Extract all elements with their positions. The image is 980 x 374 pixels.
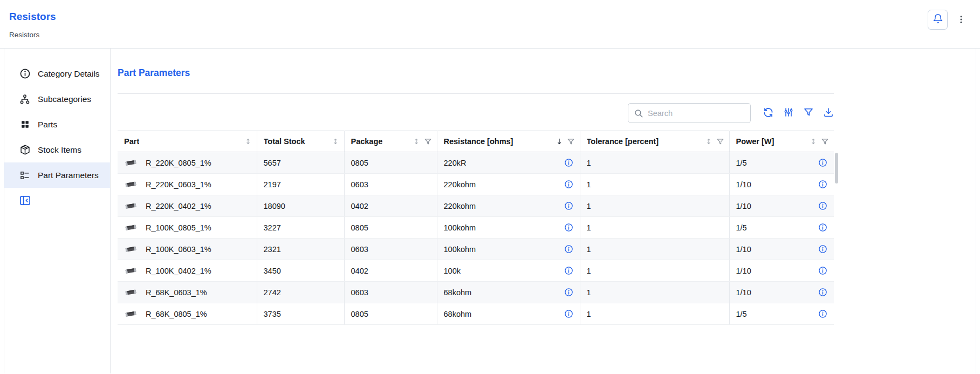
part-thumbnail-icon bbox=[124, 159, 138, 167]
collapse-sidebar-icon bbox=[19, 194, 31, 208]
column-header-power[interactable]: Power [W] bbox=[729, 131, 834, 152]
column-header-package[interactable]: Package bbox=[344, 131, 437, 152]
checklist-icon bbox=[19, 169, 31, 181]
app-window: Resistors Resistors Category DetailsSubc… bbox=[0, 0, 980, 374]
scrollbar-thumb[interactable] bbox=[835, 153, 838, 183]
power-value: 1/10 bbox=[736, 288, 751, 297]
power-value: 1/10 bbox=[736, 267, 751, 275]
resistance-value: 100kohm bbox=[444, 245, 476, 254]
part-name: R_100K_0603_1% bbox=[146, 245, 211, 254]
table-row[interactable]: R_220K_0603_1%21970603220kohm11/10 bbox=[118, 174, 834, 195]
search-input[interactable] bbox=[648, 109, 745, 118]
power-value: 1/5 bbox=[736, 159, 747, 167]
collapse-sidebar-button[interactable] bbox=[18, 195, 31, 208]
tolerance-value: 1 bbox=[580, 152, 729, 173]
info-icon[interactable] bbox=[818, 244, 827, 254]
package-value: 0805 bbox=[345, 152, 437, 173]
table-body: R_220K_0805_1%56570805220kR11/5R_220K_06… bbox=[118, 152, 834, 325]
table-row[interactable]: R_220K_0805_1%56570805220kR11/5 bbox=[118, 152, 834, 174]
sidebar-item-label: Part Parameters bbox=[38, 171, 99, 180]
download-icon bbox=[823, 107, 834, 119]
table-row[interactable]: R_68K_0603_1%2742060368kohm11/10 bbox=[118, 282, 834, 303]
sort-icon[interactable] bbox=[705, 137, 712, 146]
column-label: Part bbox=[124, 137, 139, 146]
info-icon[interactable] bbox=[818, 180, 827, 189]
tolerance-value: 1 bbox=[580, 174, 729, 195]
column-header-total-stock[interactable]: Total Stock bbox=[257, 131, 344, 152]
total-stock-value: 3735 bbox=[257, 303, 344, 324]
filter-button[interactable] bbox=[803, 107, 814, 119]
table-header-row: PartTotal StockPackageResistance [ohms]T… bbox=[118, 131, 834, 152]
column-label: Tolerance [percent] bbox=[587, 137, 659, 146]
sidebar-item-part-parameters[interactable]: Part Parameters bbox=[4, 162, 110, 188]
bell-icon bbox=[933, 13, 943, 26]
column-header-tolerance[interactable]: Tolerance [percent] bbox=[580, 131, 729, 152]
sort-icon[interactable] bbox=[332, 137, 339, 146]
package-value: 0402 bbox=[345, 260, 437, 281]
info-icon[interactable] bbox=[818, 201, 827, 210]
info-icon[interactable] bbox=[564, 309, 573, 318]
main-content: Part Parameters PartTotal StockPackageRe… bbox=[111, 49, 976, 373]
sidebar: Category DetailsSubcategoriesPartsStock … bbox=[4, 49, 111, 373]
sidebar-item-label: Parts bbox=[38, 120, 57, 130]
total-stock-value: 5657 bbox=[257, 152, 344, 173]
part-thumbnail-icon bbox=[124, 180, 138, 188]
sidebar-item-parts[interactable]: Parts bbox=[4, 112, 110, 137]
search-box[interactable] bbox=[628, 103, 751, 123]
resistance-value: 68kohm bbox=[444, 288, 472, 297]
total-stock-value: 2321 bbox=[257, 239, 344, 260]
info-icon[interactable] bbox=[818, 266, 827, 275]
table-row[interactable]: R_100K_0402_1%34500402100k11/10 bbox=[118, 260, 834, 282]
table-row[interactable]: R_220K_0402_1%180900402220kohm11/10 bbox=[118, 195, 834, 217]
info-icon[interactable] bbox=[564, 223, 573, 232]
sidebar-item-subcategories[interactable]: Subcategories bbox=[4, 86, 110, 112]
title-block: Resistors Resistors bbox=[9, 8, 56, 39]
download-button[interactable] bbox=[823, 107, 834, 119]
sort-icon[interactable] bbox=[810, 137, 817, 146]
part-parameters-table: PartTotal StockPackageResistance [ohms]T… bbox=[118, 131, 834, 325]
table-row[interactable]: R_100K_0805_1%32270805100kohm11/5 bbox=[118, 217, 834, 239]
resistance-value: 68kohm bbox=[444, 310, 472, 318]
column-filter-icon[interactable] bbox=[567, 138, 575, 146]
column-filter-icon[interactable] bbox=[424, 138, 432, 146]
total-stock-value: 2197 bbox=[257, 174, 344, 195]
sort-icon[interactable] bbox=[413, 137, 420, 146]
table-scrollbar[interactable] bbox=[835, 131, 839, 325]
more-menu-button[interactable] bbox=[956, 13, 966, 26]
info-icon[interactable] bbox=[564, 244, 573, 254]
part-name: R_220K_0603_1% bbox=[146, 180, 211, 189]
total-stock-value: 18090 bbox=[257, 195, 344, 216]
info-icon[interactable] bbox=[564, 201, 573, 210]
info-icon[interactable] bbox=[818, 288, 827, 297]
info-icon[interactable] bbox=[818, 158, 827, 167]
sort-icon[interactable] bbox=[244, 137, 252, 146]
info-icon[interactable] bbox=[564, 288, 573, 297]
column-header-resistance[interactable]: Resistance [ohms] bbox=[437, 131, 580, 152]
info-icon[interactable] bbox=[818, 309, 827, 318]
sort-desc-icon[interactable] bbox=[556, 137, 563, 146]
package-value: 0805 bbox=[345, 303, 437, 324]
info-icon[interactable] bbox=[564, 180, 573, 189]
notifications-button[interactable] bbox=[928, 10, 948, 30]
part-thumbnail-icon bbox=[124, 202, 138, 210]
sidebar-item-stock-items[interactable]: Stock Items bbox=[4, 137, 110, 162]
info-icon[interactable] bbox=[564, 266, 573, 275]
package-value: 0603 bbox=[345, 174, 437, 195]
part-thumbnail-icon bbox=[124, 288, 138, 296]
column-settings-button[interactable] bbox=[783, 107, 794, 119]
column-filter-icon[interactable] bbox=[821, 138, 829, 146]
info-icon[interactable] bbox=[818, 223, 827, 232]
funnel-icon bbox=[803, 107, 814, 119]
sidebar-item-category-details[interactable]: Category Details bbox=[4, 61, 110, 86]
table-row[interactable]: R_100K_0603_1%23210603100kohm11/10 bbox=[118, 239, 834, 260]
column-filter-icon[interactable] bbox=[716, 138, 724, 146]
refresh-button[interactable] bbox=[763, 107, 774, 119]
power-value: 1/5 bbox=[736, 223, 747, 232]
part-thumbnail-icon bbox=[124, 267, 138, 275]
table-row[interactable]: R_68K_0805_1%3735080568kohm11/5 bbox=[118, 303, 834, 325]
column-header-part[interactable]: Part bbox=[118, 131, 257, 152]
package-value: 0402 bbox=[345, 195, 437, 216]
tolerance-value: 1 bbox=[580, 217, 729, 238]
breadcrumb[interactable]: Resistors bbox=[9, 31, 56, 39]
info-icon[interactable] bbox=[564, 158, 573, 167]
